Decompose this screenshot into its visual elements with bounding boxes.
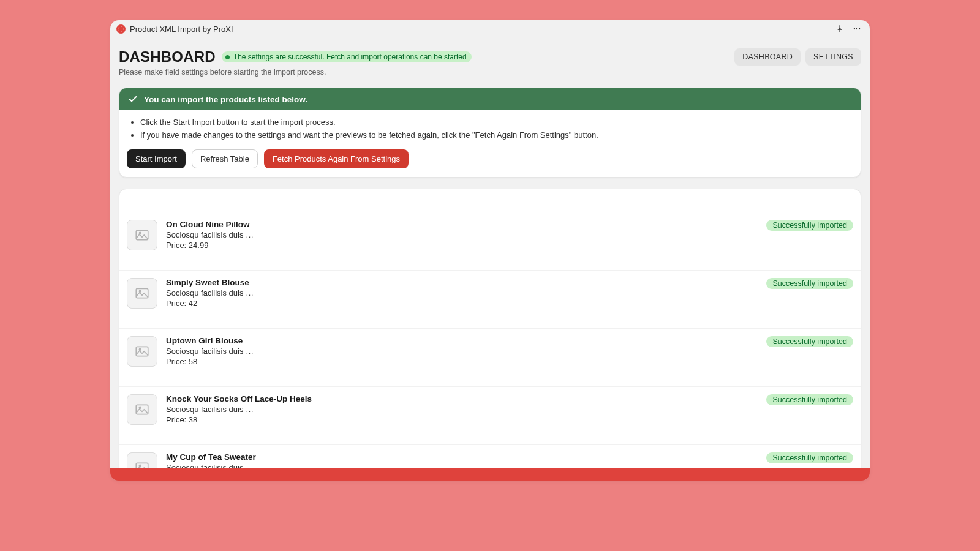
svg-rect-3 bbox=[136, 230, 148, 239]
tab-dashboard[interactable]: DASHBOARD bbox=[734, 48, 801, 66]
product-thumbnail bbox=[127, 220, 157, 250]
instruction-item: Click the Start Import button to start t… bbox=[140, 118, 850, 127]
svg-point-1 bbox=[856, 28, 858, 29]
product-name: Simply Sweet Blouse bbox=[166, 278, 758, 287]
svg-point-12 bbox=[139, 465, 141, 467]
product-desc: Sociosqu facilisis duis … bbox=[166, 288, 758, 298]
product-info: Simply Sweet Blouse Sociosqu facilisis d… bbox=[166, 278, 758, 308]
refresh-table-button[interactable]: Refresh Table bbox=[192, 149, 258, 168]
banner-text: You can import the products listed below… bbox=[144, 95, 307, 104]
product-thumbnail bbox=[127, 394, 157, 425]
svg-rect-5 bbox=[136, 288, 148, 298]
svg-point-6 bbox=[139, 290, 141, 292]
import-status-badge: Successfully imported bbox=[766, 336, 853, 347]
image-placeholder-icon bbox=[134, 227, 150, 243]
import-ready-banner: You can import the products listed below… bbox=[119, 88, 861, 110]
image-placeholder-icon bbox=[134, 402, 150, 418]
import-status-badge: Successfully imported bbox=[766, 220, 853, 231]
svg-rect-7 bbox=[136, 347, 148, 356]
page-header: DASHBOARD The settings are successful. F… bbox=[119, 48, 861, 77]
instruction-item: If you have made changes to the settings… bbox=[140, 130, 850, 140]
fetch-again-button[interactable]: Fetch Products Again From Settings bbox=[264, 149, 409, 168]
product-name: Uptown Girl Blouse bbox=[166, 336, 758, 345]
product-desc: Sociosqu facilisis duis … bbox=[166, 230, 758, 239]
product-info: My Cup of Tea Sweater Sociosqu facilisis… bbox=[166, 452, 758, 468]
product-row: Simply Sweet Blouse Sociosqu facilisis d… bbox=[119, 271, 861, 329]
product-thumbnail bbox=[127, 278, 157, 309]
product-info: Knock Your Socks Off Lace-Up Heels Socio… bbox=[166, 394, 758, 424]
app-title: Product XML Import by ProXI bbox=[130, 24, 233, 34]
svg-point-4 bbox=[139, 232, 141, 234]
image-placeholder-icon bbox=[134, 460, 150, 468]
product-price: Price: 24.99 bbox=[166, 241, 758, 250]
product-list-card: On Cloud Nine Pillow Sociosqu facilisis … bbox=[119, 189, 861, 468]
product-list: On Cloud Nine Pillow Sociosqu facilisis … bbox=[119, 212, 861, 468]
tab-settings[interactable]: SETTINGS bbox=[805, 48, 861, 66]
titlebar-actions bbox=[833, 22, 864, 36]
product-desc: Sociosqu facilisis duis … bbox=[166, 405, 758, 414]
app-icon bbox=[116, 24, 126, 34]
image-placeholder-icon bbox=[134, 285, 150, 301]
import-status-badge: Successfully imported bbox=[766, 394, 853, 405]
product-thumbnail bbox=[127, 336, 157, 367]
product-list-header bbox=[119, 189, 861, 212]
product-name: On Cloud Nine Pillow bbox=[166, 220, 758, 229]
page-title: DASHBOARD bbox=[119, 48, 216, 66]
import-status-badge: Successfully imported bbox=[766, 452, 853, 463]
product-price: Price: 58 bbox=[166, 357, 758, 366]
product-row: Knock Your Socks Off Lace-Up Heels Socio… bbox=[119, 387, 861, 445]
app-window: Product XML Import by ProXI DASHBOARD bbox=[110, 20, 870, 481]
svg-point-10 bbox=[139, 407, 141, 408]
product-thumbnail bbox=[127, 452, 157, 468]
product-row: My Cup of Tea Sweater Sociosqu facilisis… bbox=[119, 445, 861, 468]
import-status-badge: Successfully imported bbox=[766, 278, 853, 289]
titlebar: Product XML Import by ProXI bbox=[110, 20, 870, 37]
product-info: Uptown Girl Blouse Sociosqu facilisis du… bbox=[166, 336, 758, 366]
svg-rect-9 bbox=[136, 405, 148, 414]
page-subtitle: Please make field settings before starti… bbox=[119, 68, 734, 77]
product-desc: Sociosqu facilisis duis … bbox=[166, 463, 758, 468]
product-name: Knock Your Socks Off Lace-Up Heels bbox=[166, 394, 758, 403]
product-row: Uptown Girl Blouse Sociosqu facilisis du… bbox=[119, 329, 861, 387]
svg-rect-11 bbox=[136, 463, 148, 468]
svg-point-2 bbox=[859, 28, 860, 29]
start-import-button[interactable]: Start Import bbox=[127, 149, 186, 168]
svg-point-8 bbox=[139, 348, 141, 350]
image-placeholder-icon bbox=[134, 343, 150, 359]
svg-point-0 bbox=[854, 28, 855, 29]
product-name: My Cup of Tea Sweater bbox=[166, 452, 758, 462]
product-desc: Sociosqu facilisis duis … bbox=[166, 347, 758, 356]
product-price: Price: 38 bbox=[166, 415, 758, 424]
instruction-list: Click the Start Import button to start t… bbox=[119, 110, 861, 146]
content: DASHBOARD The settings are successful. F… bbox=[110, 37, 870, 468]
check-icon bbox=[128, 94, 138, 104]
pin-icon[interactable] bbox=[833, 22, 846, 36]
instructions-card: You can import the products listed below… bbox=[119, 88, 861, 178]
settings-status-text: The settings are successful. Fetch and i… bbox=[233, 53, 467, 61]
more-icon[interactable] bbox=[850, 22, 864, 36]
nav-tabs: DASHBOARD SETTINGS bbox=[734, 48, 861, 66]
product-row: On Cloud Nine Pillow Sociosqu facilisis … bbox=[119, 212, 861, 271]
product-price: Price: 42 bbox=[166, 299, 758, 308]
action-buttons: Start Import Refresh Table Fetch Product… bbox=[119, 146, 861, 177]
status-dot-icon bbox=[225, 55, 230, 59]
settings-status-pill: The settings are successful. Fetch and i… bbox=[222, 51, 472, 62]
product-info: On Cloud Nine Pillow Sociosqu facilisis … bbox=[166, 220, 758, 250]
